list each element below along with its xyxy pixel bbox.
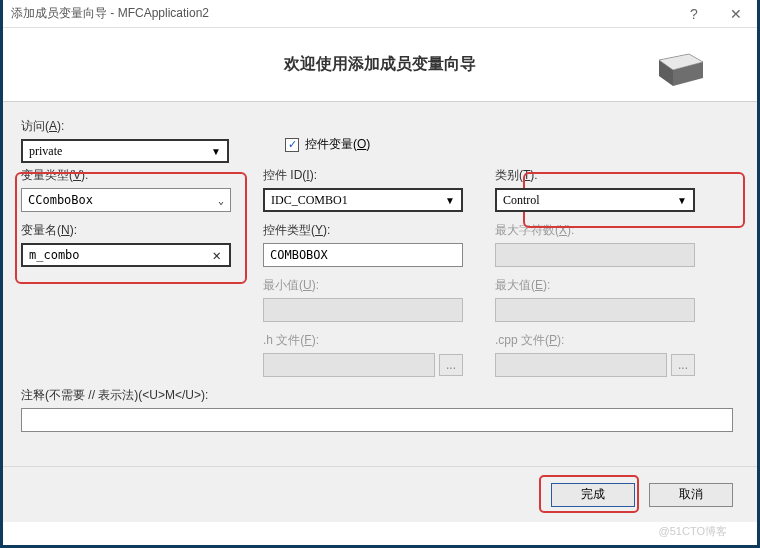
- comment-label: 注释(不需要 // 表示法)(<U>M</U>):: [21, 387, 739, 404]
- control-var-label: 控件变量(O): [305, 136, 370, 153]
- min-val-label: 最小值(U):: [263, 277, 463, 294]
- max-chars-label: 最大字符数(X):: [495, 222, 695, 239]
- window-title: 添加成员变量向导 - MFCApplication2: [11, 5, 673, 22]
- access-value: private: [29, 144, 62, 159]
- control-var-checkbox[interactable]: ✓ 控件变量(O): [285, 136, 739, 153]
- var-type-value: CComboBox: [28, 193, 93, 207]
- chevron-down-icon: ▼: [677, 195, 687, 206]
- var-name-input[interactable]: ✕: [21, 243, 231, 267]
- header-title: 欢迎使用添加成员变量向导: [3, 54, 757, 75]
- control-id-combo[interactable]: IDC_COMBO1 ▼: [263, 188, 463, 212]
- titlebar: 添加成员变量向导 - MFCApplication2 ? ✕: [3, 0, 757, 28]
- max-val-field: [495, 298, 695, 322]
- var-type-combo[interactable]: CComboBox ⌄: [21, 188, 231, 212]
- help-button[interactable]: ?: [673, 0, 715, 28]
- h-file-label: .h 文件(F):: [263, 332, 463, 349]
- category-label: 类别(T):: [495, 167, 695, 184]
- h-file-field: [263, 353, 435, 377]
- min-val-field: [263, 298, 463, 322]
- access-label: 访问(A):: [21, 118, 265, 135]
- category-combo[interactable]: Control ▼: [495, 188, 695, 212]
- control-type-field: COMBOBOX: [263, 243, 463, 267]
- access-combo[interactable]: private ▼: [21, 139, 229, 163]
- control-type-label: 控件类型(Y):: [263, 222, 463, 239]
- control-id-label: 控件 ID(I):: [263, 167, 463, 184]
- max-chars-field: [495, 243, 695, 267]
- category-value: Control: [503, 193, 540, 208]
- watermark: @51CTO博客: [659, 524, 727, 539]
- control-id-value: IDC_COMBO1: [271, 193, 348, 208]
- chevron-down-icon: ⌄: [218, 195, 224, 206]
- control-type-value: COMBOBOX: [270, 248, 328, 262]
- clear-icon[interactable]: ✕: [211, 247, 223, 263]
- finish-button[interactable]: 完成: [551, 483, 635, 507]
- box-icon: [651, 46, 709, 91]
- close-button[interactable]: ✕: [715, 0, 757, 28]
- content-area: 访问(A): private ▼ ✓ 控件变量(O) 变量类型(V): CCom…: [3, 102, 757, 466]
- max-val-label: 最大值(E):: [495, 277, 695, 294]
- chevron-down-icon: ▼: [211, 146, 221, 157]
- cancel-button[interactable]: 取消: [649, 483, 733, 507]
- header: 欢迎使用添加成员变量向导: [3, 28, 757, 102]
- cpp-file-browse-button: ...: [671, 354, 695, 376]
- h-file-browse-button: ...: [439, 354, 463, 376]
- button-bar: 完成 取消: [3, 466, 757, 522]
- checkbox-icon: ✓: [285, 138, 299, 152]
- cpp-file-label: .cpp 文件(P):: [495, 332, 695, 349]
- chevron-down-icon: ▼: [445, 195, 455, 206]
- var-name-label: 变量名(N):: [21, 222, 231, 239]
- comment-input[interactable]: [21, 408, 733, 432]
- cpp-file-field: [495, 353, 667, 377]
- var-type-label: 变量类型(V):: [21, 167, 231, 184]
- var-name-field[interactable]: [29, 248, 211, 262]
